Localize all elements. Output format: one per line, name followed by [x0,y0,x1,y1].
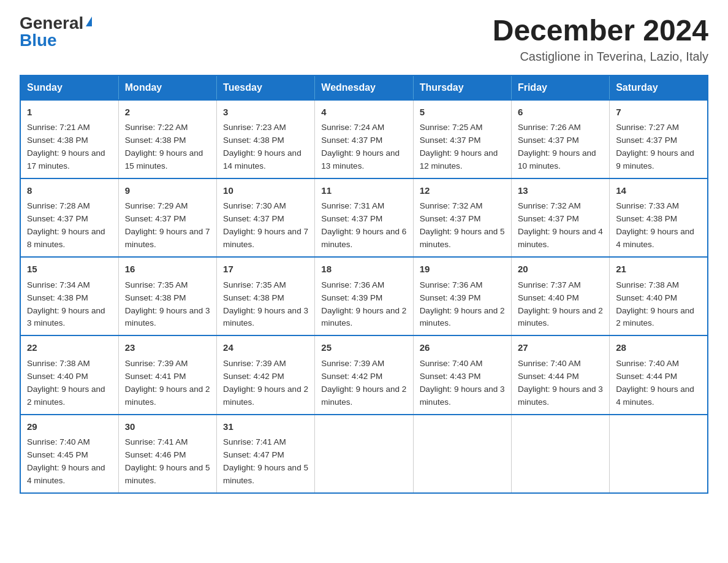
calendar-cell: 24Sunrise: 7:39 AMSunset: 4:42 PMDayligh… [217,335,315,414]
cell-info: Sunrise: 7:24 AMSunset: 4:37 PMDaylight:… [321,123,400,170]
day-number: 29 [27,420,112,434]
day-number: 12 [420,184,505,198]
day-number: 27 [518,341,603,355]
header-cell-monday: Monday [118,75,216,100]
calendar-cell: 13Sunrise: 7:32 AMSunset: 4:37 PMDayligh… [511,178,609,257]
cell-info: Sunrise: 7:40 AMSunset: 4:43 PMDaylight:… [420,359,505,407]
cell-info: Sunrise: 7:40 AMSunset: 4:44 PMDaylight:… [616,359,694,407]
calendar-cell: 7Sunrise: 7:27 AMSunset: 4:37 PMDaylight… [610,100,708,178]
calendar-cell: 1Sunrise: 7:21 AMSunset: 4:38 PMDaylight… [20,100,118,178]
day-number: 14 [616,184,701,198]
calendar-cell: 3Sunrise: 7:23 AMSunset: 4:38 PMDaylight… [217,100,315,178]
cell-info: Sunrise: 7:34 AMSunset: 4:38 PMDaylight:… [27,280,105,328]
cell-info: Sunrise: 7:39 AMSunset: 4:42 PMDaylight:… [223,359,308,407]
header-row: SundayMondayTuesdayWednesdayThursdayFrid… [20,75,708,100]
calendar-cell: 25Sunrise: 7:39 AMSunset: 4:42 PMDayligh… [315,335,413,414]
cell-info: Sunrise: 7:37 AMSunset: 4:40 PMDaylight:… [518,280,603,328]
calendar-cell: 29Sunrise: 7:40 AMSunset: 4:45 PMDayligh… [20,415,118,493]
calendar-cell: 23Sunrise: 7:39 AMSunset: 4:41 PMDayligh… [118,335,216,414]
calendar-cell: 28Sunrise: 7:40 AMSunset: 4:44 PMDayligh… [610,335,708,414]
day-number: 21 [616,262,701,277]
day-number: 7 [616,105,701,120]
day-number: 22 [27,341,112,355]
day-number: 26 [420,341,505,355]
calendar-cell [610,415,708,493]
cell-info: Sunrise: 7:39 AMSunset: 4:41 PMDaylight:… [125,359,210,407]
cell-info: Sunrise: 7:41 AMSunset: 4:47 PMDaylight:… [223,437,308,485]
week-row-0: 1Sunrise: 7:21 AMSunset: 4:38 PMDaylight… [20,100,708,178]
cell-info: Sunrise: 7:23 AMSunset: 4:38 PMDaylight:… [223,123,301,170]
page-header: General Blue December 2024 Castiglione i… [20,15,708,64]
day-number: 31 [223,420,308,434]
cell-info: Sunrise: 7:31 AMSunset: 4:37 PMDaylight:… [321,201,406,249]
calendar-cell: 14Sunrise: 7:33 AMSunset: 4:38 PMDayligh… [610,178,708,257]
calendar-cell: 10Sunrise: 7:30 AMSunset: 4:37 PMDayligh… [217,178,315,257]
cell-info: Sunrise: 7:30 AMSunset: 4:37 PMDaylight:… [223,201,308,249]
calendar-cell: 8Sunrise: 7:28 AMSunset: 4:37 PMDaylight… [20,178,118,257]
calendar-cell [315,415,413,493]
calendar-cell: 5Sunrise: 7:25 AMSunset: 4:37 PMDaylight… [413,100,511,178]
calendar-cell: 17Sunrise: 7:35 AMSunset: 4:38 PMDayligh… [217,257,315,335]
logo-general-text: General [20,15,83,32]
day-number: 10 [223,184,308,198]
calendar-cell: 21Sunrise: 7:38 AMSunset: 4:40 PMDayligh… [610,257,708,335]
cell-info: Sunrise: 7:32 AMSunset: 4:37 PMDaylight:… [420,201,505,249]
calendar-cell: 22Sunrise: 7:38 AMSunset: 4:40 PMDayligh… [20,335,118,414]
calendar-cell: 16Sunrise: 7:35 AMSunset: 4:38 PMDayligh… [118,257,216,335]
header-right: December 2024 Castiglione in Teverina, L… [493,15,708,64]
location-title: Castiglione in Teverina, Lazio, Italy [493,50,708,64]
cell-info: Sunrise: 7:25 AMSunset: 4:37 PMDaylight:… [420,123,498,170]
day-number: 2 [125,105,210,120]
calendar-cell: 20Sunrise: 7:37 AMSunset: 4:40 PMDayligh… [511,257,609,335]
cell-info: Sunrise: 7:29 AMSunset: 4:37 PMDaylight:… [125,201,210,249]
day-number: 3 [223,105,308,120]
day-number: 20 [518,262,603,277]
day-number: 5 [420,105,505,120]
cell-info: Sunrise: 7:22 AMSunset: 4:38 PMDaylight:… [125,123,203,170]
cell-info: Sunrise: 7:36 AMSunset: 4:39 PMDaylight:… [321,280,406,328]
day-number: 28 [616,341,701,355]
week-row-2: 15Sunrise: 7:34 AMSunset: 4:38 PMDayligh… [20,257,708,335]
cell-info: Sunrise: 7:28 AMSunset: 4:37 PMDaylight:… [27,201,105,249]
day-number: 18 [321,262,406,277]
cell-info: Sunrise: 7:40 AMSunset: 4:44 PMDaylight:… [518,359,603,407]
day-number: 30 [125,420,210,434]
calendar-cell [413,415,511,493]
calendar-cell: 2Sunrise: 7:22 AMSunset: 4:38 PMDaylight… [118,100,216,178]
day-number: 1 [27,105,112,120]
cell-info: Sunrise: 7:41 AMSunset: 4:46 PMDaylight:… [125,437,210,485]
day-number: 16 [125,262,210,277]
calendar-cell: 9Sunrise: 7:29 AMSunset: 4:37 PMDaylight… [118,178,216,257]
day-number: 11 [321,184,406,198]
cell-info: Sunrise: 7:26 AMSunset: 4:37 PMDaylight:… [518,123,596,170]
week-row-4: 29Sunrise: 7:40 AMSunset: 4:45 PMDayligh… [20,415,708,493]
day-number: 9 [125,184,210,198]
calendar-cell: 18Sunrise: 7:36 AMSunset: 4:39 PMDayligh… [315,257,413,335]
cell-info: Sunrise: 7:27 AMSunset: 4:37 PMDaylight:… [616,123,694,170]
header-cell-thursday: Thursday [413,75,511,100]
day-number: 4 [321,105,406,120]
logo-blue-text: Blue [20,31,57,50]
header-cell-saturday: Saturday [610,75,708,100]
cell-info: Sunrise: 7:38 AMSunset: 4:40 PMDaylight:… [616,280,694,328]
logo-triangle-icon [86,17,92,26]
cell-info: Sunrise: 7:39 AMSunset: 4:42 PMDaylight:… [321,359,406,407]
day-number: 8 [27,184,112,198]
calendar-cell: 19Sunrise: 7:36 AMSunset: 4:39 PMDayligh… [413,257,511,335]
header-cell-wednesday: Wednesday [315,75,413,100]
cell-info: Sunrise: 7:38 AMSunset: 4:40 PMDaylight:… [27,359,105,407]
cell-info: Sunrise: 7:32 AMSunset: 4:37 PMDaylight:… [518,201,603,249]
day-number: 25 [321,341,406,355]
day-number: 17 [223,262,308,277]
month-title: December 2024 [493,15,708,47]
cell-info: Sunrise: 7:21 AMSunset: 4:38 PMDaylight:… [27,123,105,170]
calendar-body: 1Sunrise: 7:21 AMSunset: 4:38 PMDaylight… [20,100,708,493]
day-number: 13 [518,184,603,198]
header-cell-friday: Friday [511,75,609,100]
week-row-1: 8Sunrise: 7:28 AMSunset: 4:37 PMDaylight… [20,178,708,257]
calendar-cell: 11Sunrise: 7:31 AMSunset: 4:37 PMDayligh… [315,178,413,257]
calendar-table: SundayMondayTuesdayWednesdayThursdayFrid… [20,75,708,494]
cell-info: Sunrise: 7:36 AMSunset: 4:39 PMDaylight:… [420,280,505,328]
day-number: 6 [518,105,603,120]
calendar-cell: 26Sunrise: 7:40 AMSunset: 4:43 PMDayligh… [413,335,511,414]
